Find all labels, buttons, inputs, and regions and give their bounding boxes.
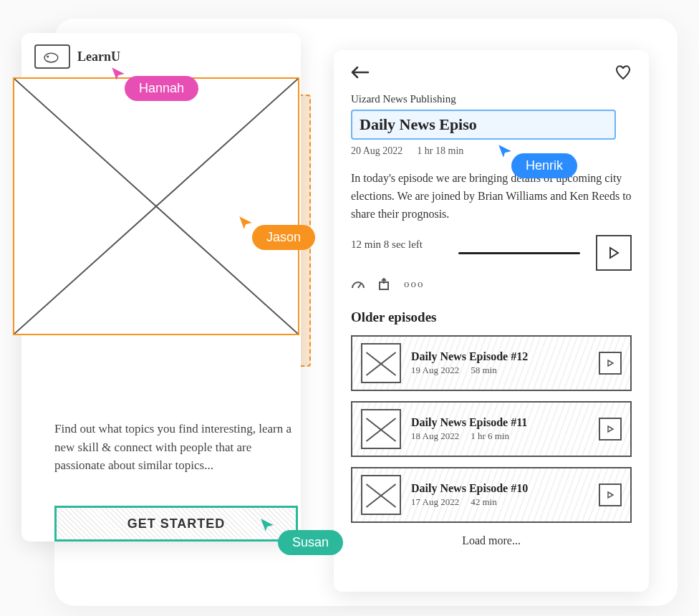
episode-title-input[interactable] — [351, 110, 616, 140]
episode-title: Daily News Episode #10 — [411, 482, 589, 495]
play-icon[interactable] — [599, 483, 622, 506]
wireframe-podcast: Uizard News Publishing 20 Aug 2022 1 hr … — [334, 50, 649, 592]
svg-point-0 — [44, 53, 58, 62]
app-name: LearnU — [77, 49, 120, 64]
logo-icon — [34, 44, 70, 69]
episode-duration: 1 hr 6 min — [471, 430, 509, 442]
episode-date: 17 Aug 2022 — [411, 496, 459, 508]
episode-list: Daily News Episode #12 19 Aug 2022 58 mi… — [351, 335, 632, 523]
episode-date: 18 Aug 2022 — [411, 430, 459, 442]
episode-date: 20 Aug 2022 — [351, 145, 402, 157]
thumbnail-placeholder — [361, 343, 401, 383]
thumbnail-placeholder — [361, 475, 401, 515]
collaborator-name: Susan — [278, 530, 343, 555]
collaborator-cursor-jason: Jason — [238, 215, 315, 250]
older-episodes-heading: Older episodes — [351, 309, 632, 325]
play-button[interactable] — [596, 235, 632, 271]
share-icon[interactable] — [378, 278, 391, 294]
collaborator-name: Jason — [252, 225, 315, 250]
collaborator-cursor-susan: Susan — [259, 516, 343, 555]
speed-icon[interactable] — [351, 278, 365, 294]
progress-bar[interactable] — [458, 252, 580, 254]
collaborator-cursor-henrik: Henrik — [497, 143, 577, 178]
play-icon[interactable] — [599, 418, 622, 441]
svg-line-4 — [358, 284, 361, 288]
episode-title: Daily News Episode #12 — [411, 350, 589, 363]
episode-duration: 42 min — [471, 496, 496, 508]
list-item[interactable]: Daily News Episode #10 17 Aug 2022 42 mi… — [351, 467, 632, 523]
episode-duration: 58 min — [471, 365, 496, 376]
collaborator-name: Henrik — [511, 153, 577, 178]
episode-summary: In today's episode we are bringing detai… — [351, 170, 637, 223]
thumbnail-placeholder — [361, 409, 401, 449]
svg-point-1 — [47, 55, 49, 57]
episode-duration: 1 hr 18 min — [417, 145, 463, 157]
load-more-button[interactable]: Load more... — [351, 534, 632, 547]
episode-meta: 20 Aug 2022 1 hr 18 min — [351, 145, 632, 157]
more-icon[interactable]: ooo — [404, 278, 425, 294]
hero-image-placeholder[interactable] — [13, 77, 299, 335]
episode-title: Daily News Episode #11 — [411, 416, 589, 429]
list-item[interactable]: Daily News Episode #11 18 Aug 2022 1 hr … — [351, 401, 632, 457]
collaborator-cursor-hannah: Hannah — [110, 66, 198, 101]
heart-icon[interactable] — [614, 64, 632, 83]
episode-date: 19 Aug 2022 — [411, 365, 459, 376]
onboarding-description: Find out what topics you find interestin… — [54, 420, 298, 475]
list-item[interactable]: Daily News Episode #12 19 Aug 2022 58 mi… — [351, 335, 632, 391]
play-icon[interactable] — [599, 352, 622, 375]
publisher-label: Uizard News Publishing — [351, 93, 632, 105]
collaborator-name: Hannah — [125, 76, 198, 101]
back-icon[interactable] — [351, 65, 370, 82]
